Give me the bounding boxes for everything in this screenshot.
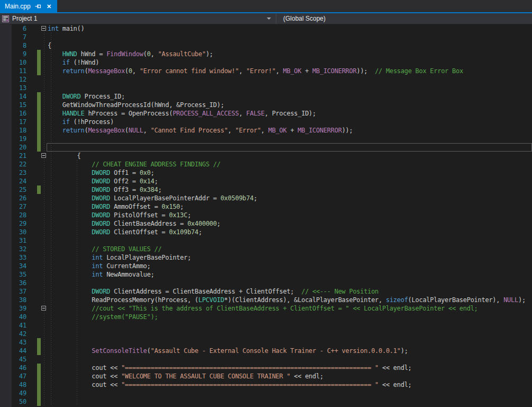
fold-collapse-icon[interactable] xyxy=(41,306,46,311)
line-number[interactable]: 40 xyxy=(0,313,29,321)
line-number[interactable]: 7 xyxy=(0,33,29,41)
line-number[interactable]: 12 xyxy=(0,75,29,84)
code-text[interactable] xyxy=(48,389,532,397)
code-text[interactable]: DWORD ClientAddress = ClientBaseAddress … xyxy=(48,287,532,296)
code-text[interactable]: { xyxy=(48,152,532,160)
code-text[interactable] xyxy=(48,33,532,41)
close-icon[interactable]: ✕ xyxy=(46,3,53,10)
pin-icon[interactable] xyxy=(34,3,42,10)
line-number[interactable]: 26 xyxy=(0,194,29,202)
code-text[interactable]: int main() xyxy=(48,24,532,33)
line-number[interactable]: 25 xyxy=(0,185,29,194)
line-number[interactable]: 13 xyxy=(0,84,29,92)
code-text[interactable]: DWORD ClientOffset = 0x109b74; xyxy=(48,228,532,236)
code-text[interactable] xyxy=(48,75,532,84)
code-text[interactable] xyxy=(48,338,532,347)
tab-main-cpp[interactable]: Main.cpp ✕ xyxy=(0,0,57,12)
code-text[interactable] xyxy=(48,236,532,245)
line-number[interactable]: 32 xyxy=(0,245,29,253)
line-number[interactable]: 48 xyxy=(0,381,29,389)
code-text[interactable]: DWORD LocalPlayerBasePointerAddr = 0x050… xyxy=(48,194,532,202)
code-text[interactable]: DWORD Off3 = 0x384; xyxy=(48,185,532,194)
line-number[interactable]: 46 xyxy=(0,364,29,372)
code-text[interactable] xyxy=(48,279,532,287)
code-text[interactable]: ReadProcessMemory(hProcess, (LPCVOID*)(C… xyxy=(48,296,532,304)
line-number[interactable]: 47 xyxy=(0,372,29,381)
code-text[interactable] xyxy=(48,143,532,152)
code-text[interactable]: DWORD ClientBaseAddress = 0x400000; xyxy=(48,219,532,228)
code-text[interactable]: // CHEAT ENGINE ADDRESS FINDINGS // xyxy=(48,160,532,169)
line-number[interactable]: 11 xyxy=(0,67,29,75)
line-number[interactable]: 50 xyxy=(0,397,29,406)
line-number[interactable]: 8 xyxy=(0,41,29,50)
line-number[interactable]: 44 xyxy=(0,347,29,355)
line-number[interactable]: 21 xyxy=(0,152,29,160)
code-text[interactable]: //system("PAUSE"); xyxy=(48,313,532,321)
line-number[interactable]: 41 xyxy=(0,321,29,330)
scope-dropdown[interactable]: (Global Scope) xyxy=(276,13,532,24)
fold-collapse-icon[interactable] xyxy=(41,153,46,158)
code-text[interactable]: int CurrentAmmo; xyxy=(48,262,532,270)
line-number[interactable]: 6 xyxy=(0,24,29,33)
code-text[interactable]: DWORD AmmoOffset = 0x150; xyxy=(48,202,532,211)
code-text[interactable] xyxy=(48,84,532,92)
line-number[interactable]: 34 xyxy=(0,262,29,270)
code-text[interactable]: DWORD Off2 = 0x14; xyxy=(48,177,532,185)
project-dropdown[interactable]: Project 1 xyxy=(0,13,276,24)
line-number[interactable]: 28 xyxy=(0,211,29,219)
line-number[interactable]: 10 xyxy=(0,58,29,67)
line-number[interactable]: 19 xyxy=(0,135,29,143)
code-line: 37 DWORD ClientAddress = ClientBaseAddre… xyxy=(0,287,532,296)
line-number[interactable]: 35 xyxy=(0,270,29,279)
line-number[interactable]: 15 xyxy=(0,101,29,109)
code-text[interactable] xyxy=(48,330,532,338)
code-text[interactable]: DWORD Process_ID; xyxy=(48,92,532,101)
line-number[interactable]: 18 xyxy=(0,126,29,135)
code-text[interactable]: // STORED VALUES // xyxy=(48,245,532,253)
code-text[interactable]: SetConsoleTitle("Assault Cube - External… xyxy=(48,347,532,355)
line-number[interactable]: 49 xyxy=(0,389,29,397)
code-text[interactable]: cout << "===============================… xyxy=(48,381,532,389)
line-number[interactable]: 45 xyxy=(0,355,29,364)
code-text[interactable]: //cout << "This is the address of Client… xyxy=(48,304,532,313)
line-number[interactable]: 43 xyxy=(0,338,29,347)
line-number[interactable]: 36 xyxy=(0,279,29,287)
code-text[interactable]: { xyxy=(48,41,532,50)
line-number[interactable]: 23 xyxy=(0,169,29,177)
code-text[interactable]: return(MessageBox(0, "Error cannot find … xyxy=(48,67,532,75)
line-number[interactable]: 33 xyxy=(0,253,29,262)
code-text[interactable]: cout << "WELCOME TO THE ASSAULT CUBE CON… xyxy=(48,372,532,381)
line-number[interactable]: 30 xyxy=(0,228,29,236)
code-text[interactable]: HWND hWnd = FindWindow(0, "AssaultCube")… xyxy=(48,50,532,58)
code-text[interactable]: DWORD PistolOffset = 0x13C; xyxy=(48,211,532,219)
code-text[interactable]: return(MessageBox(NULL, "Cannot Find Pro… xyxy=(48,126,532,135)
code-text[interactable] xyxy=(48,321,532,330)
code-text[interactable] xyxy=(48,355,532,364)
code-editor[interactable]: 6int main()78{9 HWND hWnd = FindWindow(0… xyxy=(0,24,532,407)
line-number[interactable]: 31 xyxy=(0,236,29,245)
code-text[interactable]: if (!hProcess) xyxy=(48,118,532,126)
code-text[interactable]: int NewAmmovalue; xyxy=(48,270,532,279)
code-text[interactable] xyxy=(48,397,532,406)
code-text[interactable] xyxy=(48,135,532,143)
line-number[interactable]: 27 xyxy=(0,202,29,211)
code-text[interactable]: HANDLE hProcess = OpenProcess(PROCESS_AL… xyxy=(48,109,532,118)
fold-collapse-icon[interactable] xyxy=(41,26,46,31)
code-text[interactable]: if (!hWnd) xyxy=(48,58,532,67)
line-number[interactable]: 38 xyxy=(0,296,29,304)
line-number[interactable]: 22 xyxy=(0,160,29,169)
line-number[interactable]: 37 xyxy=(0,287,29,296)
code-text[interactable]: cout << "===============================… xyxy=(48,364,532,372)
line-number[interactable]: 20 xyxy=(0,143,29,152)
line-number[interactable]: 42 xyxy=(0,330,29,338)
code-text[interactable]: int LocalPlayerBasePointer; xyxy=(48,253,532,262)
line-number[interactable]: 14 xyxy=(0,92,29,101)
line-number[interactable]: 9 xyxy=(0,50,29,58)
line-number[interactable]: 24 xyxy=(0,177,29,185)
code-text[interactable]: DWORD Off1 = 0x0; xyxy=(48,169,532,177)
line-number[interactable]: 29 xyxy=(0,219,29,228)
line-number[interactable]: 16 xyxy=(0,109,29,118)
line-number[interactable]: 17 xyxy=(0,118,29,126)
code-text[interactable]: GetWindowThreadProcessId(hWnd, &Process_… xyxy=(48,101,532,109)
line-number[interactable]: 39 xyxy=(0,304,29,313)
